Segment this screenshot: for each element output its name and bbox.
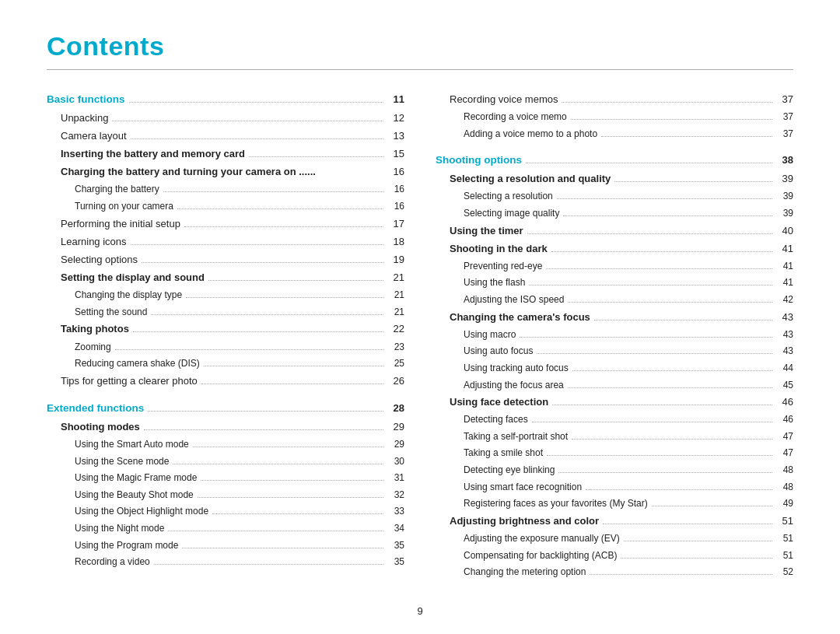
toc-item: Zooming23	[47, 340, 404, 355]
toc-dots	[603, 524, 772, 524]
toc-dots	[594, 320, 772, 321]
toc-dots	[563, 215, 772, 216]
toc-page: 29	[387, 437, 404, 452]
toc-item: Setting the sound21	[47, 305, 404, 320]
toc-label: Adjusting the exposure manually (EV)	[436, 531, 620, 546]
toc-label: Adjusting the focus area	[436, 378, 564, 393]
toc-label: Using smart face recognition	[436, 480, 582, 495]
toc-page: 51	[776, 513, 793, 529]
toc-item: Camera layout13	[47, 128, 404, 144]
toc-dots	[624, 541, 772, 541]
toc-label: Using the Night mode	[47, 521, 164, 536]
toc-item: Charging the battery16	[47, 182, 404, 197]
toc-page: 37	[776, 110, 793, 124]
toc-page: 47	[776, 446, 793, 461]
toc-item: Changing the display type21	[47, 288, 404, 303]
toc-item: Taking a self-portrait shot47	[436, 429, 793, 444]
toc-page: 12	[387, 110, 404, 126]
toc-label: Unpacking	[47, 110, 108, 126]
toc-dots	[601, 136, 772, 137]
toc-dots	[173, 464, 383, 464]
toc-label: Changing the display type	[47, 288, 182, 303]
toc-label: Adjusting brightness and color	[436, 513, 599, 529]
toc-page: 43	[776, 310, 793, 325]
toc-label: Using the Smart Auto mode	[47, 437, 189, 452]
toc-label: Recording voice memos	[436, 92, 558, 107]
toc-label: Adding a voice memo to a photo	[436, 127, 597, 142]
toc-item: Using the Smart Auto mode29	[47, 437, 404, 452]
toc-page: 41	[776, 241, 793, 257]
toc-label: Using the Beauty Shot mode	[47, 488, 194, 503]
toc-dots	[586, 489, 772, 490]
toc-dots	[652, 506, 772, 506]
toc-label: Adjusting the ISO speed	[436, 292, 564, 307]
toc-item: Tips for getting a clearer photo26	[47, 373, 404, 389]
toc-item: Using the Beauty Shot mode32	[47, 488, 404, 503]
toc-page: 22	[387, 321, 404, 337]
toc-item: Recording voice memos37	[436, 92, 793, 107]
toc-label: Using macro	[436, 328, 516, 342]
toc-item: Selecting a resolution39	[436, 189, 793, 204]
toc-label: Setting the sound	[47, 305, 147, 320]
toc-item: Changing the metering option52	[436, 565, 793, 580]
toc-label: Using face detection	[436, 394, 548, 410]
toc-dots	[621, 558, 772, 559]
toc-label: Using the Magic Frame mode	[47, 471, 197, 485]
toc-dots	[208, 280, 383, 281]
toc-dots	[144, 429, 383, 430]
toc-label: Using the flash	[436, 275, 525, 290]
toc-page: 51	[776, 531, 793, 546]
toc-page: 21	[387, 305, 404, 320]
toc-page: 23	[387, 340, 404, 355]
toc-page: 16	[387, 164, 404, 180]
toc-label: Inserting the battery and memory card	[47, 146, 245, 162]
toc-label: Detecting faces	[436, 412, 528, 427]
toc-item: Preventing red-eye41	[436, 259, 793, 274]
toc-item: Selecting image quality39	[436, 206, 793, 221]
left-column: Basic functions11Unpacking12Camera layou…	[47, 92, 404, 582]
toc-dots	[148, 411, 383, 412]
toc-label: Recording a voice memo	[436, 110, 567, 124]
toc-dots	[558, 472, 772, 473]
toc-page: 41	[776, 275, 793, 290]
toc-item: Taking a smile shot47	[436, 446, 793, 461]
toc-item: Reducing camera shake (DIS)25	[47, 356, 404, 371]
toc-dots	[131, 244, 383, 245]
toc-page: 37	[776, 92, 793, 107]
toc-page: 26	[387, 373, 404, 389]
toc-item: Charging the battery and turning your ca…	[47, 164, 404, 180]
toc-item: Using macro43	[436, 328, 793, 342]
toc-item: Shooting in the dark41	[436, 241, 793, 257]
toc-dots	[129, 102, 383, 103]
toc-label: Reducing camera shake (DIS)	[47, 356, 200, 371]
toc-label: Taking a smile shot	[436, 446, 543, 461]
toc-page: 38	[776, 152, 793, 168]
toc-item: Recording a video35	[47, 555, 404, 569]
toc-item: Basic functions11	[47, 92, 404, 108]
toc-label: Using the Scene mode	[47, 454, 169, 469]
toc-page: 21	[387, 288, 404, 303]
toc-dots	[526, 163, 772, 163]
toc-label: Shooting options	[436, 152, 522, 169]
toc-page: 30	[387, 454, 404, 469]
toc-label: Using tracking auto focus	[436, 361, 569, 376]
toc-label: Shooting modes	[47, 419, 140, 435]
toc-page: 25	[387, 356, 404, 371]
toc-item: Detecting eye blinking48	[436, 463, 793, 478]
toc-label: Taking a self-portrait shot	[436, 429, 568, 444]
toc-dots	[572, 439, 772, 440]
toc-dots	[527, 233, 772, 234]
toc-columns: Basic functions11Unpacking12Camera layou…	[47, 92, 793, 582]
toc-dots	[131, 138, 383, 139]
toc-dots	[249, 156, 383, 157]
toc-label: Tips for getting a clearer photo	[47, 373, 198, 389]
toc-dots	[571, 119, 772, 120]
toc-page: 13	[387, 128, 404, 144]
page-title: Contents	[47, 31, 793, 61]
toc-label: Taking photos	[47, 321, 129, 337]
toc-dots	[590, 574, 772, 575]
toc-page: 42	[776, 292, 793, 307]
toc-label: Changing the camera's focus	[436, 310, 590, 325]
toc-page: 37	[776, 127, 793, 142]
toc-item: Unpacking12	[47, 110, 404, 126]
